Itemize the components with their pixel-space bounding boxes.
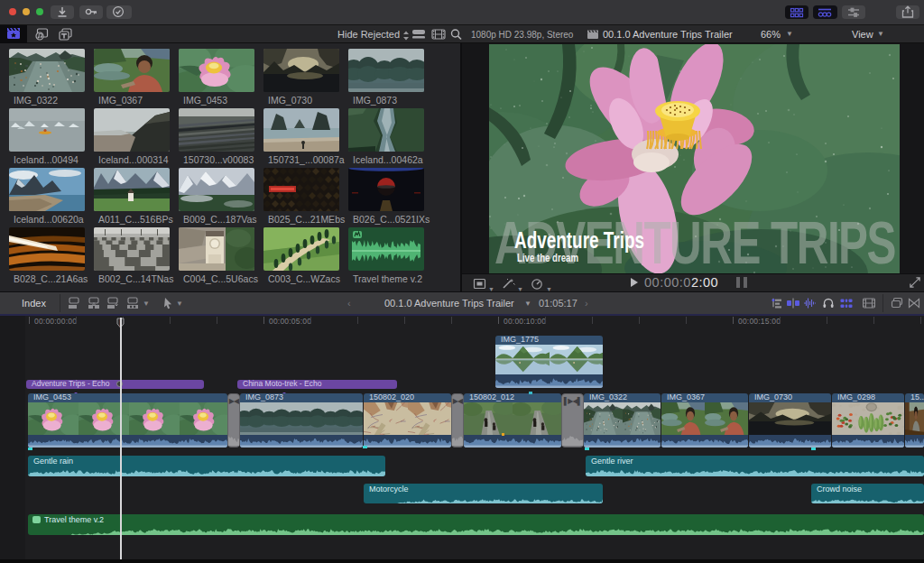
- svg-text:Adventure Trips: Adventure Trips: [514, 226, 644, 254]
- svg-text:Live the dream: Live the dream: [517, 252, 578, 264]
